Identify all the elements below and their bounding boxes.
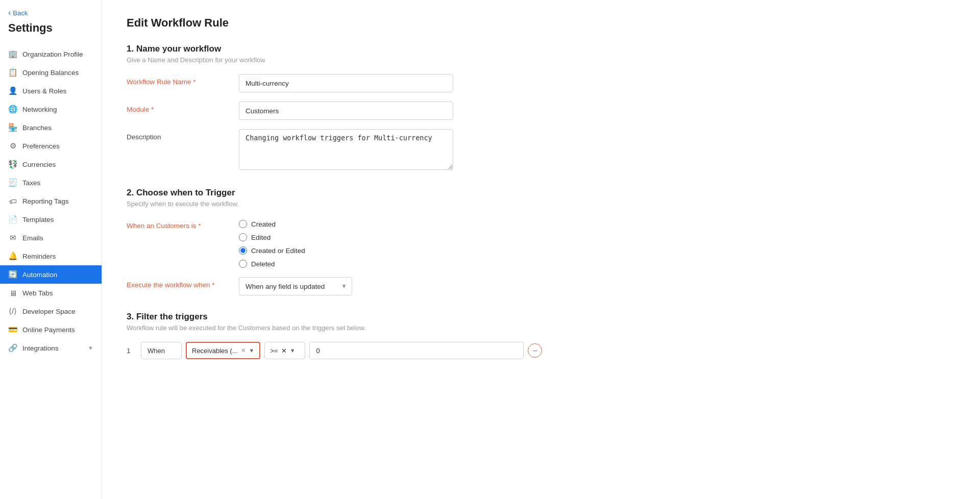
- when-customers-row: When an Customers is * CreatedEditedCrea…: [127, 218, 955, 268]
- sidebar-icon-templates: 📄: [8, 215, 17, 224]
- trigger-radio-group: CreatedEditedCreated or EditedDeleted: [239, 218, 305, 268]
- filter-operator-label: >=: [270, 347, 278, 355]
- filter-when-badge: When: [141, 342, 182, 359]
- sidebar-item-users-roles[interactable]: 👤 Users & Roles: [0, 82, 102, 100]
- workflow-name-input[interactable]: [239, 74, 453, 92]
- sidebar-icon-reminders: 🔔: [8, 252, 17, 261]
- sidebar-item-automation[interactable]: 🔄 Automation: [0, 265, 102, 284]
- module-label: Module *: [127, 102, 239, 113]
- filter-operator-chevron-icon: ▼: [290, 347, 296, 354]
- sidebar-item-label-reporting-tags: Reporting Tags: [22, 197, 69, 205]
- when-customers-label: When an Customers is *: [127, 218, 239, 230]
- section-trigger: 2. Choose when to Trigger Specify when t…: [127, 188, 955, 295]
- sidebar-icon-web-tabs: 🖥: [8, 288, 17, 297]
- sidebar-item-label-integrations: Integrations: [22, 344, 59, 352]
- sidebar-icon-currencies: 💱: [8, 160, 17, 169]
- sidebar-item-online-payments[interactable]: 💳 Online Payments: [0, 320, 102, 339]
- sidebar: Back Settings 🏢 Organization Profile 📋 O…: [0, 0, 102, 499]
- integrations-chevron-icon: ▼: [88, 345, 93, 351]
- sidebar-icon-branches: 🏪: [8, 123, 17, 132]
- sidebar-icon-emails: ✉: [8, 233, 17, 242]
- sidebar-item-label-web-tabs: Web Tabs: [22, 289, 53, 297]
- radio-item-created-or-edited[interactable]: Created or Edited: [239, 246, 305, 255]
- filter-remove-button[interactable]: –: [528, 343, 542, 358]
- section-filter: 3. Filter the triggers Workflow rule wil…: [127, 312, 955, 359]
- description-textarea[interactable]: Changing workflow triggers for Multi-cur…: [239, 129, 453, 170]
- sidebar-item-organization-profile[interactable]: 🏢 Organization Profile: [0, 45, 102, 63]
- sidebar-icon-online-payments: 💳: [8, 325, 17, 334]
- module-row: Module *: [127, 102, 955, 120]
- workflow-name-control: [239, 74, 453, 92]
- sidebar-icon-users-roles: 👤: [8, 86, 17, 95]
- execute-when-row: Execute the workflow when * When any fie…: [127, 277, 955, 295]
- sidebar-item-web-tabs[interactable]: 🖥 Web Tabs: [0, 284, 102, 302]
- execute-dropdown-wrapper: When any field is updatedWhen specific f…: [239, 277, 352, 295]
- sidebar-item-templates[interactable]: 📄 Templates: [0, 210, 102, 229]
- filter-value-input[interactable]: [309, 342, 524, 359]
- sidebar-item-label-emails: Emails: [22, 234, 43, 242]
- sidebar-item-label-automation: Automation: [22, 271, 57, 279]
- sidebar-title: Settings: [8, 21, 93, 35]
- sidebar-icon-developer-space: ⟨/⟩: [8, 307, 17, 316]
- main-content: Edit Workflow Rule 1. Name your workflow…: [102, 0, 980, 499]
- sidebar-item-currencies[interactable]: 💱 Currencies: [0, 155, 102, 173]
- sidebar-item-developer-space[interactable]: ⟨/⟩ Developer Space: [0, 302, 102, 320]
- execute-when-select[interactable]: When any field is updatedWhen specific f…: [239, 277, 352, 295]
- sidebar-item-integrations[interactable]: 🔗 Integrations ▼: [0, 339, 102, 357]
- radio-item-deleted[interactable]: Deleted: [239, 260, 305, 268]
- sidebar-icon-integrations: 🔗: [8, 343, 17, 353]
- radio-created-or-edited[interactable]: [239, 246, 247, 255]
- section1-subtext: Give a Name and Description for your wor…: [127, 56, 955, 64]
- filter-operator-select[interactable]: >= ✕ ▼: [264, 342, 305, 359]
- sidebar-item-label-reminders: Reminders: [22, 253, 56, 260]
- section2-heading: 2. Choose when to Trigger: [127, 188, 955, 198]
- execute-when-label: Execute the workflow when *: [127, 277, 239, 289]
- sidebar-icon-opening-balances: 📋: [8, 68, 17, 77]
- sidebar-item-label-developer-space: Developer Space: [22, 308, 76, 315]
- description-control: Changing workflow triggers for Multi-cur…: [239, 129, 453, 171]
- filter-field-chevron-icon: ▼: [249, 347, 255, 354]
- filter-row-number: 1: [127, 347, 137, 355]
- sidebar-icon-preferences: ⚙: [8, 141, 17, 151]
- radio-created[interactable]: [239, 220, 247, 228]
- sidebar-icon-reporting-tags: 🏷: [8, 196, 17, 206]
- filter-field-select[interactable]: Receivables (... ✕ ▼: [186, 342, 260, 359]
- sidebar-item-taxes[interactable]: 🧾 Taxes: [0, 173, 102, 192]
- radio-item-edited[interactable]: Edited: [239, 233, 305, 241]
- sidebar-item-label-online-payments: Online Payments: [22, 326, 75, 334]
- sidebar-nav: 🏢 Organization Profile 📋 Opening Balance…: [0, 43, 102, 499]
- filter-field-clear-icon[interactable]: ✕: [241, 347, 246, 354]
- page-title: Edit Workflow Rule: [127, 16, 955, 30]
- sidebar-item-emails[interactable]: ✉ Emails: [0, 229, 102, 247]
- sidebar-item-label-networking: Networking: [22, 106, 57, 113]
- sidebar-icon-automation: 🔄: [8, 270, 17, 279]
- module-input: [239, 102, 453, 120]
- radio-edited[interactable]: [239, 233, 247, 241]
- sidebar-item-label-opening-balances: Opening Balances: [22, 69, 79, 77]
- sidebar-item-label-users-roles: Users & Roles: [22, 87, 66, 95]
- sidebar-icon-networking: 🌐: [8, 105, 17, 114]
- description-label: Description: [127, 129, 239, 141]
- sidebar-item-preferences[interactable]: ⚙ Preferences: [0, 137, 102, 155]
- sidebar-item-label-organization-profile: Organization Profile: [22, 51, 83, 58]
- sidebar-item-label-templates: Templates: [22, 216, 54, 223]
- sidebar-item-opening-balances[interactable]: 📋 Opening Balances: [0, 63, 102, 82]
- sidebar-item-reporting-tags[interactable]: 🏷 Reporting Tags: [0, 192, 102, 210]
- sidebar-header: Back Settings: [0, 0, 102, 43]
- radio-deleted[interactable]: [239, 260, 247, 268]
- sidebar-item-networking[interactable]: 🌐 Networking: [0, 100, 102, 118]
- filter-operator-clear-icon[interactable]: ✕: [281, 347, 287, 355]
- filter-field-label: Receivables (...: [192, 347, 238, 355]
- section2-subtext: Specify when to execute the workflow.: [127, 200, 955, 208]
- sidebar-item-label-preferences: Preferences: [22, 142, 60, 150]
- sidebar-item-reminders[interactable]: 🔔 Reminders: [0, 247, 102, 265]
- section1-heading: 1. Name your workflow: [127, 44, 955, 54]
- description-row: Description Changing workflow triggers f…: [127, 129, 955, 171]
- radio-item-created[interactable]: Created: [239, 220, 305, 228]
- sidebar-item-label-branches: Branches: [22, 124, 52, 132]
- section-name-workflow: 1. Name your workflow Give a Name and De…: [127, 44, 955, 171]
- sidebar-icon-organization-profile: 🏢: [8, 49, 17, 59]
- back-link[interactable]: Back: [8, 8, 93, 17]
- section3-subtext: Workflow rule will be executed for the C…: [127, 324, 955, 332]
- sidebar-item-branches[interactable]: 🏪 Branches: [0, 118, 102, 137]
